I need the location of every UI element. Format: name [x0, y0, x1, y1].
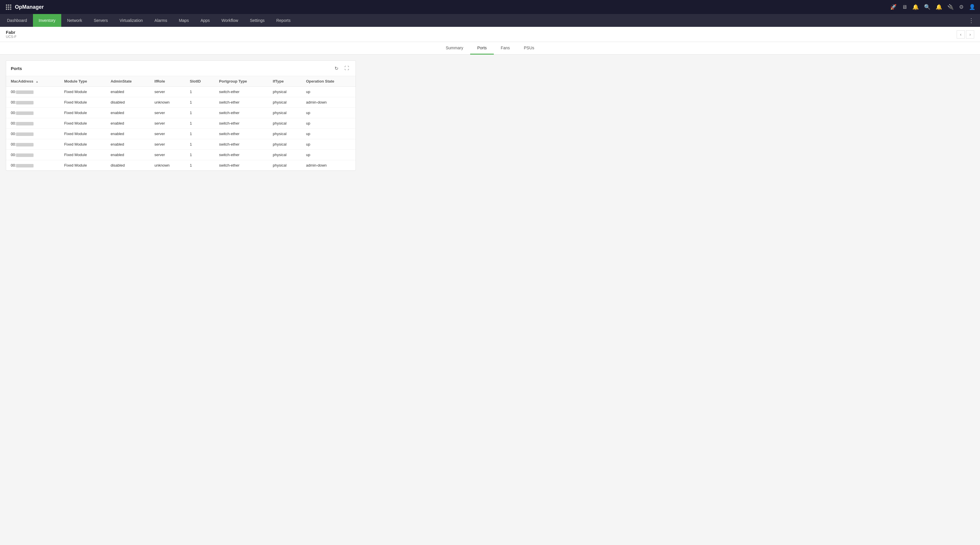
mac-prefix: 00: — [11, 153, 16, 157]
monitor-icon[interactable]: 🖥 — [902, 4, 907, 10]
cell-admin-state: enabled — [106, 108, 150, 118]
ports-table-head: MacAddress ▲ Module Type AdminState IfRo… — [6, 76, 356, 87]
cell-ifrole: unknown — [150, 97, 185, 108]
cell-iftype: physical — [268, 160, 301, 171]
mac-prefix: 00: — [11, 163, 16, 167]
gear-icon[interactable]: ⚙ — [959, 4, 964, 10]
tab-psus[interactable]: PSUs — [517, 42, 541, 54]
cell-portgroup-type: switch-ether — [215, 150, 268, 160]
cell-ifrole: server — [150, 118, 185, 129]
tabs-bar: Summary Ports Fans PSUs — [0, 42, 980, 54]
mac-redacted — [16, 164, 33, 167]
cell-iftype: physical — [268, 150, 301, 160]
tab-ports[interactable]: Ports — [470, 42, 494, 54]
page-header: Fabr UCS-F ‹ › — [0, 27, 980, 42]
cell-portgroup-type: switch-ether — [215, 87, 268, 97]
user-icon[interactable]: 👤 — [969, 4, 975, 10]
cell-ifrole: unknown — [150, 160, 185, 171]
nav-network[interactable]: Network — [61, 14, 88, 27]
table-row: 00:Fixed Moduledisabledunknown1switch-et… — [6, 160, 356, 171]
ports-card-header: Ports ↻ ⛶ — [6, 61, 356, 76]
cell-portgroup-type: switch-ether — [215, 160, 268, 171]
cell-macaddress: 00: — [6, 118, 59, 129]
nav-maps[interactable]: Maps — [173, 14, 194, 27]
cell-module-type: Fixed Module — [59, 97, 106, 108]
plug-icon[interactable]: 🔌 — [947, 4, 954, 10]
cell-slotid: 1 — [185, 160, 215, 171]
ports-card: Ports ↻ ⛶ MacAddress ▲ Module Type Admin… — [6, 61, 356, 171]
bell-outline-icon[interactable]: 🔔 — [912, 4, 919, 10]
cell-module-type: Fixed Module — [59, 129, 106, 139]
cell-ifrole: server — [150, 150, 185, 160]
nav-dashboard[interactable]: Dashboard — [1, 14, 33, 27]
navbar-more-menu[interactable]: ⋮ — [964, 14, 979, 27]
refresh-button[interactable]: ↻ — [332, 64, 340, 72]
cell-portgroup-type: switch-ether — [215, 97, 268, 108]
table-row: 00:Fixed Moduledisabledunknown1switch-et… — [6, 97, 356, 108]
cell-iftype: physical — [268, 118, 301, 129]
tab-fans[interactable]: Fans — [494, 42, 517, 54]
sort-icon-macaddress: ▲ — [36, 80, 38, 83]
col-macaddress[interactable]: MacAddress ▲ — [6, 76, 59, 87]
page-subtitle: UCS-F — [6, 35, 17, 39]
cell-macaddress: 00: — [6, 87, 59, 97]
table-row: 00:Fixed Moduleenabledserver1switch-ethe… — [6, 118, 356, 129]
cell-portgroup-type: switch-ether — [215, 139, 268, 150]
cell-macaddress: 00: — [6, 139, 59, 150]
cell-admin-state: enabled — [106, 139, 150, 150]
ports-card-title: Ports — [11, 66, 22, 71]
ports-card-actions: ↻ ⛶ — [332, 64, 351, 72]
cell-module-type: Fixed Module — [59, 118, 106, 129]
nav-workflow[interactable]: Workflow — [216, 14, 244, 27]
cell-iftype: physical — [268, 97, 301, 108]
navbar: Dashboard Inventory Network Servers Virt… — [0, 14, 980, 27]
cell-portgroup-type: switch-ether — [215, 108, 268, 118]
nav-reports[interactable]: Reports — [270, 14, 296, 27]
cell-module-type: Fixed Module — [59, 108, 106, 118]
col-operation-state: Operation State — [301, 76, 356, 87]
next-page-button[interactable]: › — [966, 30, 974, 38]
mac-redacted — [16, 91, 33, 94]
cell-admin-state: enabled — [106, 87, 150, 97]
cell-module-type: Fixed Module — [59, 160, 106, 171]
cell-module-type: Fixed Module — [59, 139, 106, 150]
mac-prefix: 00: — [11, 132, 16, 136]
cell-iftype: physical — [268, 139, 301, 150]
table-row: 00:Fixed Moduleenabledserver1switch-ethe… — [6, 129, 356, 139]
table-row: 00:Fixed Moduleenabledserver1switch-ethe… — [6, 139, 356, 150]
cell-module-type: Fixed Module — [59, 150, 106, 160]
alert-bell-icon[interactable]: 🔔 — [935, 4, 942, 10]
nav-virtualization[interactable]: Virtualization — [114, 14, 149, 27]
cell-slotid: 1 — [185, 118, 215, 129]
ports-table-header-row: MacAddress ▲ Module Type AdminState IfRo… — [6, 76, 356, 87]
app-name: OpManager — [15, 4, 44, 10]
rocket-icon[interactable]: 🚀 — [890, 4, 897, 10]
nav-apps[interactable]: Apps — [194, 14, 216, 27]
cell-slotid: 1 — [185, 108, 215, 118]
nav-alarms[interactable]: Alarms — [149, 14, 173, 27]
ports-table-body: 00:Fixed Moduleenabledserver1switch-ethe… — [6, 87, 356, 171]
page-navigation: ‹ › — [957, 30, 974, 38]
cell-portgroup-type: switch-ether — [215, 129, 268, 139]
main-content: Ports ↻ ⛶ MacAddress ▲ Module Type Admin… — [0, 54, 980, 545]
mac-redacted — [16, 143, 33, 147]
nav-inventory[interactable]: Inventory — [33, 14, 62, 27]
mac-prefix: 00: — [11, 111, 16, 115]
table-row: 00:Fixed Moduleenabledserver1switch-ethe… — [6, 87, 356, 97]
table-row: 00:Fixed Moduleenabledserver1switch-ethe… — [6, 150, 356, 160]
mac-redacted — [16, 153, 33, 157]
prev-page-button[interactable]: ‹ — [957, 30, 965, 38]
grid-icon[interactable] — [5, 3, 13, 11]
search-icon[interactable]: 🔍 — [924, 4, 931, 10]
nav-settings[interactable]: Settings — [244, 14, 270, 27]
nav-servers[interactable]: Servers — [88, 14, 113, 27]
cell-slotid: 1 — [185, 97, 215, 108]
tab-summary[interactable]: Summary — [439, 42, 470, 54]
col-iftype: IfType — [268, 76, 301, 87]
page-title-block: Fabr UCS-F — [6, 30, 17, 39]
mac-redacted — [16, 101, 33, 104]
mac-prefix: 00: — [11, 142, 16, 147]
mac-prefix: 00: — [11, 100, 16, 104]
expand-button[interactable]: ⛶ — [343, 64, 351, 72]
app-logo: OpManager — [5, 3, 890, 11]
